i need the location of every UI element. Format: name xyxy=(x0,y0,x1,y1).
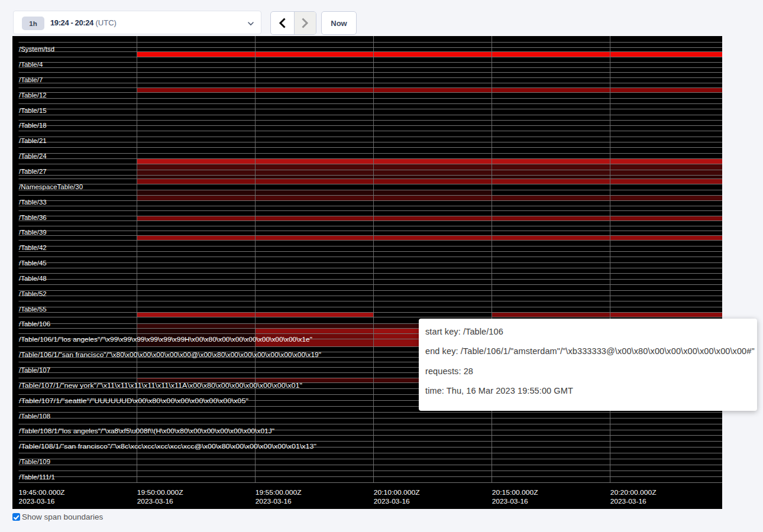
svg-text:2023-03-16: 2023-03-16 xyxy=(137,498,173,505)
svg-text:/Table/39: /Table/39 xyxy=(19,229,47,236)
svg-text:/Table/27: /Table/27 xyxy=(19,168,47,175)
svg-text:/Table/106: /Table/106 xyxy=(19,320,50,327)
svg-text:/Table/55: /Table/55 xyxy=(19,306,47,313)
svg-text:/Table/36: /Table/36 xyxy=(19,214,47,221)
svg-text:/Table/107/1/"seattle"/"UUUUUU: /Table/107/1/"seattle"/"UUUUUUD\x00\x80\… xyxy=(19,397,248,404)
svg-text:/Table/15: /Table/15 xyxy=(19,107,47,114)
svg-text:/Table/4: /Table/4 xyxy=(19,61,43,68)
svg-text:2023-03-16: 2023-03-16 xyxy=(610,498,646,505)
svg-text:20:10:00.000Z: 20:10:00.000Z xyxy=(374,489,420,496)
svg-text:/Table/33: /Table/33 xyxy=(19,199,47,206)
svg-text:19:50:00.000Z: 19:50:00.000Z xyxy=(137,489,183,496)
svg-text:/Table/45: /Table/45 xyxy=(19,259,47,267)
svg-text:2023-03-16: 2023-03-16 xyxy=(492,498,528,505)
svg-text:19:55:00.000Z: 19:55:00.000Z xyxy=(256,489,302,496)
svg-text:/Table/24: /Table/24 xyxy=(19,153,47,160)
svg-text:20:20:00.000Z: 20:20:00.000Z xyxy=(610,489,657,496)
svg-text:/Table/106/1/"los angeles"/"\x: /Table/106/1/"los angeles"/"\x99\x99\x99… xyxy=(19,336,312,343)
svg-text:/Table/42: /Table/42 xyxy=(19,244,47,251)
svg-text:/Table/111/1: /Table/111/1 xyxy=(19,473,55,481)
svg-text:2023-03-16: 2023-03-16 xyxy=(19,498,55,505)
svg-text:/Table/7: /Table/7 xyxy=(19,76,43,83)
svg-text:/Table/108: /Table/108 xyxy=(19,413,50,420)
svg-text:/Table/12: /Table/12 xyxy=(19,92,47,99)
svg-text:/Table/48: /Table/48 xyxy=(19,275,47,282)
svg-text:/Table/18: /Table/18 xyxy=(19,122,47,129)
svg-text:20:15:00.000Z: 20:15:00.000Z xyxy=(492,489,538,496)
svg-text:2023-03-16: 2023-03-16 xyxy=(374,498,410,505)
svg-text:/Table/109: /Table/109 xyxy=(19,458,50,465)
svg-text:/Table/106/1/"san francisco"/": /Table/106/1/"san francisco"/"\x80\x00\x… xyxy=(19,351,321,358)
svg-text:2023-03-16: 2023-03-16 xyxy=(256,498,292,505)
svg-text:/NamespaceTable/30: /NamespaceTable/30 xyxy=(19,183,83,190)
svg-text:/Table/21: /Table/21 xyxy=(19,137,47,144)
svg-text:19:45:00.000Z: 19:45:00.000Z xyxy=(19,489,65,496)
svg-text:/Table/107/1/"new york"/"\x11\: /Table/107/1/"new york"/"\x11\x11\x11\x1… xyxy=(19,382,302,389)
svg-text:/Table/108/1/"los angeles"/"\x: /Table/108/1/"los angeles"/"\xa8\xf5\u00… xyxy=(19,427,274,434)
svg-text:/Table/108/1/"san francisco"/": /Table/108/1/"san francisco"/"\x8c\xcc\x… xyxy=(19,443,316,450)
svg-text:/Table/52: /Table/52 xyxy=(19,290,47,297)
svg-text:/System/tsd: /System/tsd xyxy=(19,46,54,53)
svg-text:/Table/107: /Table/107 xyxy=(19,366,50,374)
